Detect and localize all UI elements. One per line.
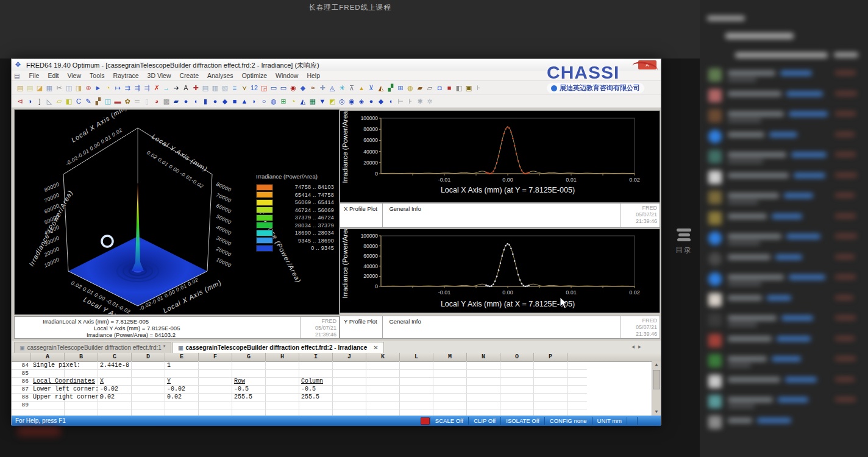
toolbar-icon[interactable]: ▱ (54, 96, 64, 106)
toolbar-icon[interactable]: ▭ (279, 83, 288, 93)
sheet-row-87[interactable]: 87Lower left corner:-0.02-0.02-0.5-0.5 (12, 385, 587, 394)
chapter-item[interactable] (700, 169, 868, 188)
toolbar-icon[interactable]: ◧ (64, 96, 74, 106)
cell-A86[interactable]: Local Coordinates (33, 378, 95, 384)
col-header-L[interactable]: L (400, 353, 433, 361)
toolbar-icon[interactable]: ◆ (376, 96, 386, 106)
menu-create[interactable]: Create (176, 72, 204, 79)
toolbar-icon[interactable]: ● (210, 96, 220, 106)
toolbar-icon[interactable]: ◎ (337, 96, 347, 106)
menu-edit[interactable]: Edit (43, 72, 63, 79)
col-header-M[interactable]: M (433, 353, 467, 361)
toolbar-icon[interactable]: ↦ (113, 83, 123, 93)
toolbar-icon[interactable]: ▯ (142, 96, 152, 106)
toolbar-icon[interactable]: ◨ (74, 83, 84, 93)
chapter-item[interactable] (700, 394, 868, 412)
col-header-P[interactable]: P (534, 353, 567, 361)
chapter-item[interactable] (700, 292, 868, 310)
toolbar-icon[interactable]: ◧ (454, 83, 464, 93)
toolbar-icon[interactable]: ◬ (327, 83, 337, 93)
cell-A87[interactable]: Lower left corner: (33, 386, 99, 392)
cell-A84[interactable]: Single pixel: (33, 362, 80, 369)
chapter-item[interactable] (700, 129, 868, 147)
toolbar-icon[interactable]: ■ (230, 96, 240, 106)
sheet-body[interactable]: 84Single pixel:2.441e-818586Local Coordi… (12, 361, 652, 416)
chapter-item[interactable] (700, 149, 868, 167)
cell-G88[interactable]: 255.5 (234, 394, 252, 400)
toolbar-icon[interactable]: ⊢ (396, 96, 405, 106)
chapter-item[interactable] (700, 414, 868, 433)
chapter-item[interactable] (700, 190, 868, 208)
col-header-C[interactable]: C (98, 353, 132, 361)
toolbar-icon[interactable]: ⊼ (347, 83, 357, 93)
chapter-item[interactable] (700, 88, 868, 106)
cell-C87[interactable]: -0.02 (100, 386, 118, 392)
cell-C84[interactable]: 2.441e-8 (100, 362, 129, 369)
toolbar-icon[interactable]: ✗ (152, 83, 162, 93)
toolbar-icon[interactable]: ● (366, 96, 376, 106)
y-profile-chart[interactable]: 020000400006000080000100000-0.010.000.01… (340, 229, 660, 313)
col-header-F[interactable]: F (199, 353, 232, 361)
sheet-row-89[interactable]: 89 (12, 401, 587, 409)
toolbar-icon[interactable]: ▤ (25, 83, 35, 93)
toolbar-icon[interactable]: ═ (132, 96, 142, 106)
toolbar-icon[interactable]: ✱ (415, 96, 425, 106)
x-profile-chart-panel[interactable]: 020000400006000080000100000-0.010.000.01… (340, 110, 660, 203)
toolbar-icon[interactable]: ◔ (288, 96, 298, 106)
cell-G86[interactable]: Row (234, 378, 245, 384)
toolbar-icon[interactable]: ▼ (318, 96, 327, 106)
toolbar-icon[interactable]: ✿ (123, 96, 132, 106)
toolbar-icon[interactable]: ○ (259, 96, 269, 106)
chapter-item[interactable] (700, 353, 868, 371)
toolbar-icon[interactable]: ✎ (84, 96, 93, 106)
col-header-I[interactable]: I (299, 353, 333, 361)
tab-general-info[interactable]: General Info (385, 204, 424, 214)
toolbar-icon[interactable]: ▴ (357, 83, 366, 93)
sheet-row-88[interactable]: 88Upper right corner:0.020.02255.5255.5 (12, 393, 587, 402)
scroll-down-icon[interactable]: ▼ (652, 408, 661, 416)
cell-A88[interactable]: Upper right corner: (33, 394, 102, 400)
col-header-N[interactable]: N (467, 353, 500, 361)
chapter-item[interactable] (700, 271, 868, 289)
sheet-row-84[interactable]: 84Single pixel:2.441e-81 (12, 361, 587, 370)
col-header-D[interactable]: D (132, 353, 165, 361)
cell-E86[interactable]: Y (167, 378, 171, 384)
status-segment-scale[interactable]: SCALE Off (430, 417, 468, 425)
chapter-item[interactable] (700, 251, 868, 269)
menu-analyses[interactable]: Analyses (203, 72, 238, 79)
col-header-J[interactable]: J (333, 353, 366, 361)
toolbar-icon[interactable]: ✲ (425, 96, 435, 106)
toolbar-icon[interactable]: ◑ (25, 96, 35, 106)
toolbar-icon[interactable]: ◘ (435, 83, 444, 93)
toolbar-icon[interactable]: ◈ (357, 96, 366, 106)
toolbar-icon[interactable]: ▣ (464, 83, 474, 93)
toolbar-icon[interactable]: ⊞ (279, 96, 288, 106)
toolbar-icon[interactable]: ◩ (327, 96, 337, 106)
toolbar-icon[interactable]: ▩ (162, 96, 171, 106)
col-header-K[interactable]: K (366, 353, 400, 361)
status-segment-isolate[interactable]: ISOLATE Off (500, 417, 544, 425)
chapter-item[interactable] (700, 108, 868, 126)
toolbar-icon[interactable]: ⇶ (142, 83, 152, 93)
toolbar-icon[interactable]: ⊦ (405, 96, 415, 106)
toolbar-icon[interactable]: ✚ (191, 83, 201, 93)
menu-view[interactable]: View (63, 72, 85, 79)
toolbar-icon[interactable]: ▭ (269, 83, 279, 93)
toolbar-icon[interactable]: ⊞ (396, 83, 405, 93)
cell-C86[interactable]: X (100, 378, 104, 384)
toolbar-icon[interactable]: ▞ (386, 83, 396, 93)
toolbar-icon[interactable]: ⊦ (474, 83, 483, 93)
toolbar-icon[interactable]: ≈ (308, 83, 318, 93)
menu-optimize[interactable]: Optimize (238, 72, 271, 79)
menu-file[interactable]: File (24, 72, 43, 79)
tab-x-profile-plot[interactable]: X Profile Plot (340, 204, 383, 227)
toolbar-icon[interactable]: ▦ (44, 83, 54, 93)
toolbar-icon[interactable]: ] (35, 96, 44, 106)
surface-plot-panel[interactable]: Local X Axis (mm) -0.02-0.01 0.00 0.01 0… (14, 109, 340, 315)
cell-I88[interactable]: 255.5 (301, 394, 319, 400)
toolbar-icon[interactable]: ≡ (230, 83, 240, 93)
col-header-E[interactable]: E (165, 353, 199, 361)
status-segment-clip[interactable]: CLIP Off (468, 417, 500, 425)
toc-toggle[interactable]: 目录 (672, 227, 695, 255)
chapter-item[interactable] (700, 333, 868, 351)
